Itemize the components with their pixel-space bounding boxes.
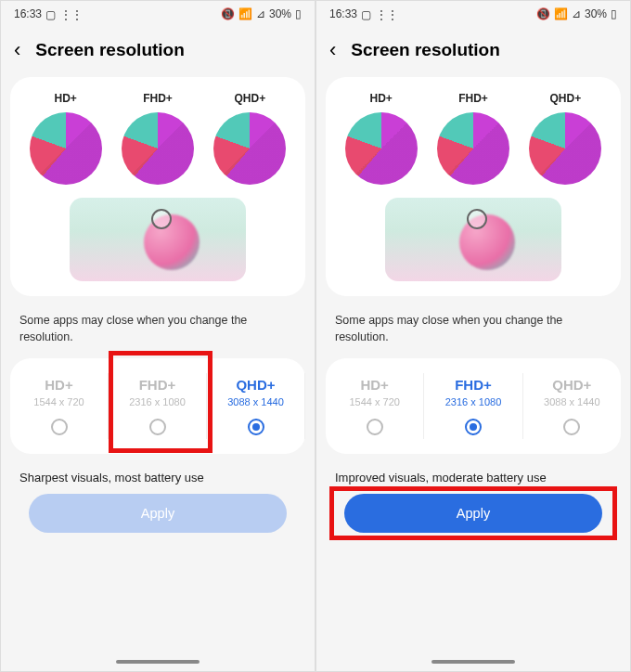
magnifier-icon bbox=[151, 209, 172, 229]
preview-qhd: QHD+ bbox=[204, 92, 295, 185]
preview-circle-fhd bbox=[122, 112, 194, 185]
description-text: Sharpest visuals, most battery use bbox=[1, 454, 315, 494]
preview-card: HD+ FHD+ QHD+ bbox=[10, 77, 305, 296]
radio-unchecked-icon bbox=[149, 419, 166, 435]
description-text: Improved visuals, moderate battery use bbox=[316, 454, 630, 494]
preview-fhd: FHD+ bbox=[112, 92, 203, 185]
apply-button[interactable]: Apply bbox=[29, 494, 287, 533]
preview-label: QHD+ bbox=[204, 92, 295, 105]
mute-icon: 📵 bbox=[221, 7, 235, 20]
apply-wrap: Apply bbox=[316, 494, 630, 542]
preview-label: FHD+ bbox=[428, 92, 519, 105]
gallery-icon: ▢ bbox=[361, 8, 372, 19]
preview-hd: HD+ bbox=[336, 92, 427, 185]
option-fhd[interactable]: FHD+ 2316 x 1080 bbox=[109, 373, 207, 439]
screen-left: 16:33 ▢ ⋮⋮ 📵 📶 ⊿ 30% ▯ ‹ Screen resoluti… bbox=[0, 0, 316, 672]
grid-icon: ⋮⋮ bbox=[376, 8, 387, 19]
option-qhd[interactable]: QHD+ 3088 x 1440 bbox=[523, 373, 621, 439]
preview-card: HD+ FHD+ QHD+ bbox=[326, 77, 621, 296]
preview-label: HD+ bbox=[20, 92, 111, 105]
status-bar: 16:33 ▢ ⋮⋮ 📵 📶 ⊿ 30% ▯ bbox=[1, 1, 315, 27]
radio-unchecked-icon bbox=[563, 419, 580, 435]
preview-label: HD+ bbox=[336, 92, 427, 105]
option-fhd[interactable]: FHD+ 2316 x 1080 bbox=[424, 373, 522, 439]
battery-percent: 30% bbox=[269, 7, 291, 20]
status-time: 16:33 bbox=[14, 7, 42, 20]
nav-bar[interactable] bbox=[1, 653, 315, 671]
radio-checked-icon bbox=[248, 419, 264, 435]
option-dim: 1544 x 720 bbox=[326, 396, 423, 407]
magnifier-preview bbox=[70, 198, 246, 281]
header: ‹ Screen resolution bbox=[1, 27, 315, 77]
status-bar: 16:33 ▢ ⋮⋮ 📵 📶 ⊿ 30% ▯ bbox=[316, 1, 630, 27]
header: ‹ Screen resolution bbox=[316, 27, 630, 77]
preview-label: FHD+ bbox=[112, 92, 203, 105]
battery-icon: ▯ bbox=[611, 7, 617, 20]
preview-circle-hd bbox=[345, 112, 418, 185]
preview-circle-fhd bbox=[437, 112, 509, 185]
option-hd[interactable]: HD+ 1544 x 720 bbox=[326, 373, 424, 439]
nav-handle-icon bbox=[431, 660, 515, 664]
battery-icon: ▯ bbox=[295, 7, 302, 20]
option-dim: 1544 x 720 bbox=[10, 396, 108, 407]
back-icon[interactable]: ‹ bbox=[329, 38, 336, 62]
mute-icon: 📵 bbox=[536, 7, 550, 20]
magnifier-preview bbox=[385, 198, 561, 281]
magnifier-icon bbox=[467, 209, 487, 229]
battery-percent: 30% bbox=[585, 7, 607, 20]
option-title: QHD+ bbox=[523, 377, 621, 393]
apply-button[interactable]: Apply bbox=[344, 494, 602, 533]
option-title: QHD+ bbox=[207, 377, 304, 393]
radio-checked-icon bbox=[465, 419, 482, 435]
option-title: HD+ bbox=[10, 377, 108, 393]
preview-qhd: QHD+ bbox=[520, 92, 611, 185]
option-title: FHD+ bbox=[424, 377, 522, 393]
signal-icon: ⊿ bbox=[572, 7, 581, 20]
preview-label: QHD+ bbox=[520, 92, 611, 105]
preview-circle-hd bbox=[30, 112, 102, 185]
wifi-icon: 📶 bbox=[554, 7, 568, 20]
nav-bar[interactable] bbox=[316, 653, 630, 671]
option-dim: 2316 x 1080 bbox=[109, 396, 206, 407]
apply-wrap: Apply bbox=[1, 494, 315, 542]
screen-right: 16:33 ▢ ⋮⋮ 📵 📶 ⊿ 30% ▯ ‹ Screen resoluti… bbox=[316, 0, 631, 672]
warning-text: Some apps may close when you change the … bbox=[1, 296, 315, 358]
warning-text: Some apps may close when you change the … bbox=[316, 296, 630, 358]
status-time: 16:33 bbox=[329, 7, 357, 20]
preview-fhd: FHD+ bbox=[428, 92, 519, 185]
option-title: FHD+ bbox=[109, 377, 206, 393]
preview-circle-qhd bbox=[213, 112, 286, 185]
option-dim: 3088 x 1440 bbox=[207, 396, 304, 407]
nav-handle-icon bbox=[116, 660, 200, 664]
radio-unchecked-icon bbox=[51, 419, 68, 435]
preview-hd: HD+ bbox=[20, 92, 111, 185]
option-dim: 3088 x 1440 bbox=[523, 396, 621, 407]
gallery-icon: ▢ bbox=[45, 8, 57, 19]
grid-icon: ⋮⋮ bbox=[60, 8, 71, 19]
radio-unchecked-icon bbox=[367, 419, 383, 435]
option-title: HD+ bbox=[326, 377, 423, 393]
resolution-selector: HD+ 1544 x 720 FHD+ 2316 x 1080 QHD+ 308… bbox=[10, 358, 305, 454]
option-qhd[interactable]: QHD+ 3088 x 1440 bbox=[207, 373, 305, 439]
page-title: Screen resolution bbox=[351, 40, 500, 60]
back-icon[interactable]: ‹ bbox=[14, 38, 20, 62]
resolution-selector: HD+ 1544 x 720 FHD+ 2316 x 1080 QHD+ 308… bbox=[326, 358, 621, 454]
page-title: Screen resolution bbox=[35, 40, 185, 60]
signal-icon: ⊿ bbox=[256, 7, 265, 20]
option-dim: 2316 x 1080 bbox=[424, 396, 522, 407]
option-hd[interactable]: HD+ 1544 x 720 bbox=[10, 373, 109, 439]
wifi-icon: 📶 bbox=[238, 7, 252, 20]
preview-circle-qhd bbox=[529, 112, 601, 185]
